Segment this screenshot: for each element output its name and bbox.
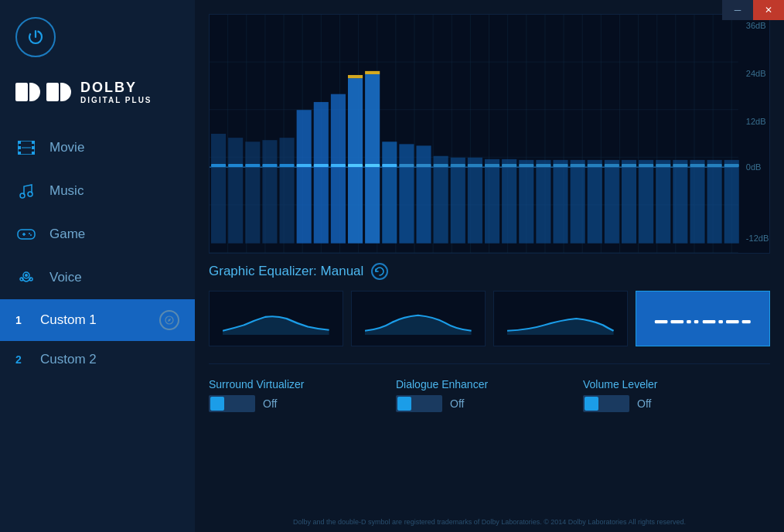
svg-rect-96 [655,320,668,323]
volume-value: Off [637,397,651,410]
dolby-name-label: DOLBY [80,80,152,96]
preset-row [209,291,770,346]
svg-rect-69 [365,164,380,167]
svg-rect-100 [703,320,716,323]
svg-point-15 [29,233,30,234]
volume-toggle[interactable] [583,395,629,412]
dialogue-thumb [397,397,411,411]
volume-control: Off [583,395,770,412]
surround-virtualizer-item: Surround Virtualizer Off [209,378,396,412]
svg-rect-49 [553,160,568,244]
svg-rect-37 [365,74,380,244]
svg-rect-51 [588,160,602,244]
preset-button-1[interactable] [209,291,343,346]
svg-rect-7 [32,146,35,149]
dialogue-control: Off [396,395,583,412]
svg-rect-81 [571,164,585,167]
svg-point-11 [28,192,32,196]
eq-title-row: Graphic Equalizer: Manual [209,263,770,280]
film-icon [15,137,37,159]
svg-rect-40 [399,144,414,243]
sidebar-item-voice-label: Voice [49,270,82,285]
svg-rect-86 [656,164,670,167]
svg-rect-48 [536,160,551,244]
svg-rect-73 [434,164,448,167]
sidebar-item-voice[interactable]: Voice [0,256,195,299]
svg-rect-76 [485,164,499,167]
preset-button-3[interactable] [493,291,628,346]
sidebar-item-movie[interactable]: Movie [0,126,195,169]
svg-rect-52 [605,160,619,244]
dialogue-toggle[interactable] [396,395,442,412]
svg-point-18 [25,274,28,277]
sidebar-item-custom1[interactable]: 1 Custom 1 [0,299,195,341]
dolby-sub-label: DIGITAL PLUS [80,96,152,104]
svg-rect-28 [228,138,243,244]
volume-thumb [585,397,598,411]
svg-rect-89 [707,164,722,167]
svg-rect-27 [211,134,226,244]
sidebar-item-custom1-label: Custom 1 [40,312,97,328]
surround-control: Off [209,395,396,412]
sidebar-item-game[interactable]: Game [0,213,195,256]
separator [209,363,770,364]
svg-rect-84 [622,164,636,167]
svg-text:12dB: 12dB [746,117,766,126]
svg-rect-60 [211,164,226,167]
svg-rect-43 [451,158,465,244]
svg-rect-102 [726,320,739,323]
svg-rect-57 [690,160,704,244]
svg-rect-97 [671,320,684,323]
sidebar-item-game-label: Game [49,227,85,242]
sidebar-item-custom2[interactable]: 2 Custom 2 [0,341,195,378]
svg-rect-80 [553,164,568,167]
svg-rect-34 [331,94,346,244]
content-area: 36dB 24dB 12dB 0dB -12dB Graphic Equaliz… [195,0,784,532]
svg-point-10 [20,193,25,198]
preset-button-4[interactable] [636,291,770,346]
svg-rect-46 [502,159,516,244]
svg-rect-41 [416,145,431,243]
logo-area: DOLBY DIGITAL PLUS [0,73,195,126]
power-btn-wrap [0,8,195,73]
svg-text:-12dB: -12dB [746,233,769,242]
close-button[interactable]: ✕ [753,0,784,20]
dolby-logo-icon [15,83,71,101]
svg-rect-8 [32,152,35,155]
svg-rect-50 [571,160,585,244]
svg-rect-72 [416,164,431,167]
svg-rect-4 [18,146,21,149]
eq-title-label: Graphic Equalizer: Manual [209,264,363,279]
svg-rect-44 [468,158,482,244]
power-button[interactable] [15,17,56,57]
surround-toggle[interactable] [209,395,255,412]
svg-rect-67 [331,164,346,167]
svg-rect-55 [656,160,670,244]
svg-rect-103 [742,320,751,323]
eq-visualizer: 36dB 24dB 12dB 0dB -12dB [209,14,770,254]
custom1-edit-button[interactable] [159,310,179,330]
music-icon [15,180,37,202]
surround-thumb [210,397,224,411]
custom2-number: 2 [15,353,28,366]
reset-button[interactable] [371,263,388,280]
svg-point-19 [20,278,23,281]
minimize-button[interactable]: ─ [722,0,753,20]
svg-rect-3 [18,141,21,144]
sidebar-item-music[interactable]: Music [0,169,195,213]
main-layout: DOLBY DIGITAL PLUS [0,0,784,532]
svg-rect-68 [348,164,363,167]
svg-text:36dB: 36dB [746,21,766,30]
svg-rect-59 [724,160,739,244]
svg-rect-64 [280,164,295,167]
dolby-brand-text: DOLBY DIGITAL PLUS [80,80,152,104]
footer: Dolby and the double-D symbol are regist… [209,513,770,532]
custom1-number: 1 [15,314,28,326]
preset-button-2[interactable] [351,291,486,346]
game-icon [15,223,37,245]
volume-label: Volume Leveler [583,378,770,390]
svg-rect-36 [348,75,363,78]
svg-rect-62 [245,164,260,167]
volume-leveler-item: Volume Leveler Off [583,378,770,412]
svg-rect-78 [519,164,533,167]
